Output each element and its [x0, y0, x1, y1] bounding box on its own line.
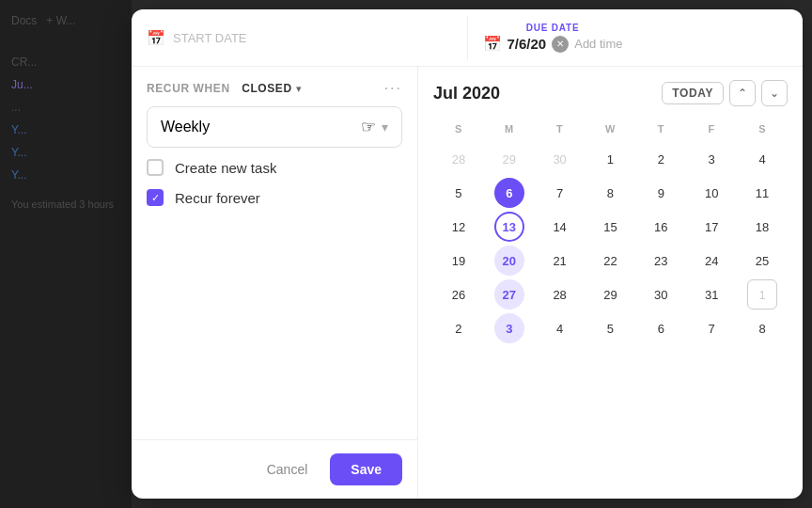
frequency-value: Weekly — [161, 119, 210, 135]
modal-header: 📅 START DATE DUE DATE 📅 7/6/20 ✕ Add tim… — [132, 9, 803, 67]
cal-day-16[interactable]: 16 — [646, 212, 676, 242]
cal-day-27[interactable]: 27 — [494, 279, 524, 310]
cal-day-15[interactable]: 15 — [595, 212, 625, 242]
cal-day-9[interactable]: 9 — [646, 178, 676, 208]
cal-day-8-next[interactable]: 8 — [747, 313, 777, 343]
left-panel: RECUR WHEN CLOSED ▾ ··· Weekly ☞ ▾ — [132, 67, 418, 499]
cal-day-5[interactable]: 5 — [444, 178, 474, 208]
left-spacer — [132, 206, 417, 439]
day-header-s2: S — [737, 119, 788, 142]
cal-day-5-next[interactable]: 5 — [595, 313, 625, 343]
day-header-f: F — [686, 119, 737, 142]
cal-day-1[interactable]: 1 — [595, 144, 625, 174]
cal-day-8[interactable]: 8 — [595, 178, 625, 208]
due-date-value: 7/6/20 — [508, 36, 547, 52]
cancel-button[interactable]: Cancel — [256, 454, 320, 484]
cal-day-4-next[interactable]: 4 — [545, 313, 575, 343]
recur-forever-checkbox[interactable]: ✓ — [147, 189, 164, 206]
cal-day-28[interactable]: 28 — [545, 279, 575, 310]
create-new-task-option[interactable]: Create new task — [147, 159, 402, 176]
recur-chevron-icon: ▾ — [296, 83, 302, 95]
cal-day-29-prev[interactable]: 29 — [494, 144, 524, 174]
recur-menu-button[interactable]: ··· — [384, 80, 402, 97]
cal-day-30-prev[interactable]: 30 — [545, 144, 575, 174]
cal-day-25[interactable]: 25 — [747, 246, 777, 276]
create-new-task-label: Create new task — [175, 160, 276, 176]
due-date-label: DUE DATE — [526, 23, 580, 33]
cal-day-6-today[interactable]: 6 — [494, 178, 524, 208]
day-header-m: M — [484, 119, 535, 142]
calendar-panel: Jul 2020 TODAY ⌃ ⌄ S M T W T F S 28 29 — [418, 67, 803, 499]
day-header-t2: T — [635, 119, 686, 142]
cal-day-3-next[interactable]: 3 — [494, 313, 524, 343]
next-month-button[interactable]: ⌄ — [761, 80, 788, 106]
recur-closed-label: CLOSED — [242, 82, 292, 95]
cal-day-7-next[interactable]: 7 — [696, 313, 726, 343]
cal-day-24[interactable]: 24 — [696, 246, 726, 276]
calendar-month-label: Jul 2020 — [433, 84, 500, 103]
recur-forever-label: Recur forever — [175, 190, 260, 206]
cal-day-28-prev[interactable]: 28 — [444, 144, 474, 174]
cal-day-2[interactable]: 2 — [646, 144, 676, 174]
cal-day-1-next[interactable]: 1 — [747, 279, 777, 310]
cal-day-7[interactable]: 7 — [545, 178, 575, 208]
cal-day-21[interactable]: 21 — [545, 246, 575, 276]
dropdown-arrow-icon: ▾ — [382, 119, 388, 135]
cal-day-26[interactable]: 26 — [444, 279, 474, 310]
cal-day-3[interactable]: 3 — [696, 144, 726, 174]
cal-day-29[interactable]: 29 — [595, 279, 625, 310]
day-header-w: W — [586, 119, 636, 142]
cal-day-19[interactable]: 19 — [444, 246, 474, 276]
cal-day-23[interactable]: 23 — [646, 246, 676, 276]
cal-day-31[interactable]: 31 — [696, 279, 726, 310]
start-date-placeholder: START DATE — [173, 31, 247, 45]
save-button[interactable]: Save — [330, 453, 402, 485]
clear-due-date-button[interactable]: ✕ — [552, 36, 569, 53]
cal-day-12[interactable]: 12 — [444, 212, 474, 242]
modal-body: RECUR WHEN CLOSED ▾ ··· Weekly ☞ ▾ — [132, 67, 803, 499]
calendar-nav: TODAY ⌃ ⌄ — [662, 80, 788, 106]
cal-day-14[interactable]: 14 — [545, 212, 575, 242]
due-date-header: DUE DATE 📅 7/6/20 ✕ Add time — [483, 23, 623, 53]
create-new-task-checkbox[interactable] — [147, 159, 164, 176]
day-header-s1: S — [433, 119, 484, 142]
cal-day-18[interactable]: 18 — [747, 212, 777, 242]
cursor-icon: ☞ — [361, 117, 376, 137]
day-header-t1: T — [535, 119, 586, 142]
recur-when-label: RECUR WHEN — [147, 82, 230, 95]
left-footer: Cancel Save — [132, 439, 417, 499]
start-date-field[interactable]: 📅 START DATE — [132, 16, 468, 60]
cal-day-10[interactable]: 10 — [696, 178, 726, 208]
today-button[interactable]: TODAY — [662, 82, 724, 104]
frequency-dropdown[interactable]: Weekly ☞ ▾ — [147, 106, 402, 148]
cal-day-2-next[interactable]: 2 — [444, 313, 474, 343]
cal-day-4[interactable]: 4 — [747, 144, 777, 174]
add-time-button[interactable]: Add time — [574, 37, 622, 51]
calendar-header: Jul 2020 TODAY ⌃ ⌄ — [433, 80, 788, 106]
cal-day-30[interactable]: 30 — [646, 279, 676, 310]
recur-header: RECUR WHEN CLOSED ▾ ··· — [132, 67, 417, 106]
calendar-grid: S M T W T F S 28 29 30 1 2 3 4 5 6 7 8 — [433, 119, 788, 345]
cal-day-22[interactable]: 22 — [595, 246, 625, 276]
due-date-row: 📅 7/6/20 ✕ Add time — [483, 35, 623, 53]
cal-day-20[interactable]: 20 — [494, 246, 524, 276]
recur-title[interactable]: RECUR WHEN CLOSED ▾ — [147, 80, 302, 97]
prev-month-button[interactable]: ⌃ — [729, 80, 756, 106]
cal-day-6-next[interactable]: 6 — [646, 313, 676, 343]
start-date-icon: 📅 — [147, 29, 165, 47]
cal-day-11[interactable]: 11 — [747, 178, 777, 208]
modal: 📅 START DATE DUE DATE 📅 7/6/20 ✕ Add tim… — [132, 9, 803, 499]
recur-forever-option[interactable]: ✓ Recur forever — [147, 189, 402, 206]
cal-day-17[interactable]: 17 — [696, 212, 726, 242]
option-list: Create new task ✓ Recur forever — [132, 159, 417, 206]
due-date-icon: 📅 — [483, 35, 502, 53]
cal-day-13-selected[interactable]: 13 — [494, 212, 524, 242]
due-date-field[interactable]: DUE DATE 📅 7/6/20 ✕ Add time — [468, 9, 804, 66]
